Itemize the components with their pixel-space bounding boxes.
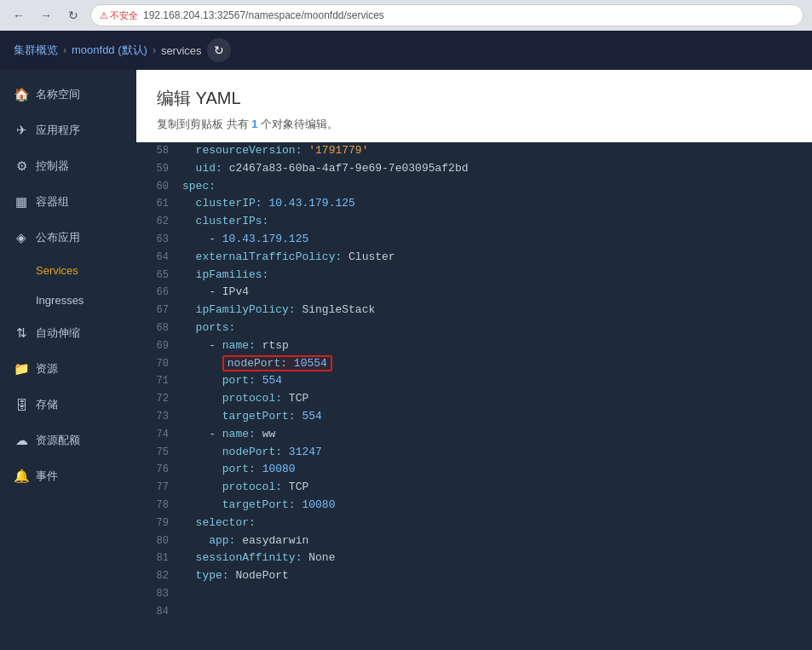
sidebar-item-pods[interactable]: ▦ 容器组 xyxy=(0,184,136,220)
sidebar-label-namespace: 名称空间 xyxy=(36,87,80,102)
address-bar[interactable]: 不安全 192.168.204.13:32567/namespace/moonf… xyxy=(90,4,803,26)
code-line-82: 82 type: NodePort xyxy=(136,567,812,585)
modal-title: 编辑 YAML xyxy=(157,87,792,110)
code-line-61: 61 clusterIP: 10.43.179.125 xyxy=(136,195,812,213)
sidebar-item-controllers[interactable]: ⚙ 控制器 xyxy=(0,148,136,184)
sidebar-item-namespace[interactable]: 🏠 名称空间 xyxy=(0,77,136,112)
sidebar-item-autoscale[interactable]: ⇅ 自动伸缩 xyxy=(0,315,136,351)
sidebar-label-pods: 容器组 xyxy=(36,194,69,210)
code-line-72: 72 protocol: TCP xyxy=(136,390,812,408)
sidebar: 🏠 名称空间 ✈ 应用程序 ⚙ 控制器 ▦ 容器组 ◈ 公布应用 Service… xyxy=(0,70,136,650)
code-line-65: 65 ipFamilies: xyxy=(136,267,812,285)
breadcrumb-sep-1: › xyxy=(63,44,66,56)
app-header: 集群概览 › moonfdd (默认) › services ↻ xyxy=(0,31,812,70)
code-line-60: 60 spec: xyxy=(136,178,812,196)
sidebar-label-quota: 资源配额 xyxy=(36,433,80,448)
sidebar-label-publish: 公布应用 xyxy=(36,230,80,245)
browser-chrome: ← → ↻ 不安全 192.168.204.13:32567/namespace… xyxy=(0,0,812,31)
code-line-74: 74 - name: ww xyxy=(136,426,812,444)
home-icon: 🏠 xyxy=(14,87,29,102)
sidebar-label-storage: 存储 xyxy=(36,397,58,412)
sidebar-item-services[interactable]: Services xyxy=(0,256,136,285)
sidebar-item-quota[interactable]: ☁ 资源配额 xyxy=(0,423,136,458)
yaml-editor-modal: 编辑 YAML 复制到剪贴板 共有 1 个对象待编辑。 58 resourceV… xyxy=(136,70,812,650)
code-line-73: 73 targetPort: 554 xyxy=(136,408,812,426)
content-area: 编辑 YAML 复制到剪贴板 共有 1 个对象待编辑。 58 resourceV… xyxy=(136,70,812,650)
code-line-69: 69 - name: rtsp xyxy=(136,337,812,355)
main-layout: 🏠 名称空间 ✈ 应用程序 ⚙ 控制器 ▦ 容器组 ◈ 公布应用 Service… xyxy=(0,70,812,650)
sidebar-label-resources: 资源 xyxy=(36,361,58,377)
back-button[interactable]: ← xyxy=(9,5,29,26)
code-line-83: 83 xyxy=(136,585,812,603)
code-line-78: 78 targetPort: 10080 xyxy=(136,497,812,515)
code-line-81: 81 sessionAffinity: None xyxy=(136,549,812,567)
autoscale-icon: ⇅ xyxy=(14,325,29,341)
storage-icon: 🗄 xyxy=(14,398,29,412)
sidebar-item-resources[interactable]: 📁 资源 xyxy=(0,351,136,387)
sidebar-item-publish[interactable]: ◈ 公布应用 xyxy=(0,220,136,256)
url-text: 192.168.204.13:32567/namespace/moonfdd/s… xyxy=(143,9,384,21)
code-line-67: 67 ipFamilyPolicy: SingleStack xyxy=(136,302,812,319)
sidebar-label-controllers: 控制器 xyxy=(36,158,69,174)
code-line-80: 80 app: easydarwin xyxy=(136,532,812,550)
header-refresh-button[interactable]: ↻ xyxy=(207,38,231,62)
code-line-70-highlighted: 70 nodePort: 10554 xyxy=(136,355,812,373)
sidebar-label-apps: 应用程序 xyxy=(36,123,80,138)
apps-icon: ✈ xyxy=(14,123,29,138)
resources-icon: 📁 xyxy=(14,361,29,377)
subtitle-prefix: 复制到剪贴板 共有 xyxy=(157,118,249,130)
pods-icon: ▦ xyxy=(14,194,29,210)
breadcrumb-sep-2: › xyxy=(153,44,156,56)
forward-button[interactable]: → xyxy=(36,5,56,26)
code-line-79: 79 selector: xyxy=(136,515,812,532)
code-line-68: 68 ports: xyxy=(136,319,812,337)
code-line-84: 84 xyxy=(136,603,812,621)
code-line-62: 62 clusterIPs: xyxy=(136,213,812,231)
code-line-77: 77 protocol: TCP xyxy=(136,479,812,497)
sidebar-item-storage[interactable]: 🗄 存储 xyxy=(0,387,136,423)
sidebar-label-autoscale: 自动伸缩 xyxy=(36,325,80,341)
code-line-63: 63 - 10.43.179.125 xyxy=(136,231,812,249)
sidebar-item-apps[interactable]: ✈ 应用程序 xyxy=(0,112,136,148)
code-line-59: 59 uid: c2467a83-60ba-4af7-9e69-7e03095a… xyxy=(136,160,812,178)
code-line-76: 76 port: 10080 xyxy=(136,461,812,479)
code-line-58: 58 resourceVersion: '1791779' xyxy=(136,142,812,160)
sidebar-item-ingresses[interactable]: Ingresses xyxy=(0,285,136,315)
modal-subtitle: 复制到剪贴板 共有 1 个对象待编辑。 xyxy=(157,117,792,132)
modal-header: 编辑 YAML 复制到剪贴板 共有 1 个对象待编辑。 xyxy=(136,70,812,142)
sidebar-label-events: 事件 xyxy=(36,469,58,484)
code-line-66: 66 - IPv4 xyxy=(136,284,812,302)
breadcrumb-cluster[interactable]: 集群概览 xyxy=(14,43,58,58)
breadcrumb: 集群概览 › moonfdd (默认) › services xyxy=(14,43,202,58)
code-line-71: 71 port: 554 xyxy=(136,372,812,390)
publish-icon: ◈ xyxy=(14,230,29,245)
security-warning: 不安全 xyxy=(100,9,138,22)
code-line-64: 64 externalTrafficPolicy: Cluster xyxy=(136,249,812,267)
events-icon: 🔔 xyxy=(14,469,29,484)
code-line-75: 75 nodePort: 31247 xyxy=(136,444,812,462)
sidebar-item-events[interactable]: 🔔 事件 xyxy=(0,458,136,494)
highlighted-node-port: nodePort: 10554 xyxy=(222,355,332,371)
breadcrumb-current-page: services xyxy=(161,44,202,57)
subtitle-suffix: 个对象待编辑。 xyxy=(261,118,338,130)
object-count: 1 xyxy=(251,118,257,130)
yaml-code-editor[interactable]: 58 resourceVersion: '1791779' 59 uid: c2… xyxy=(136,142,812,650)
reload-button[interactable]: ↻ xyxy=(63,5,84,26)
controllers-icon: ⚙ xyxy=(14,158,29,174)
breadcrumb-namespace[interactable]: moonfdd (默认) xyxy=(72,43,147,58)
quota-icon: ☁ xyxy=(14,433,29,448)
